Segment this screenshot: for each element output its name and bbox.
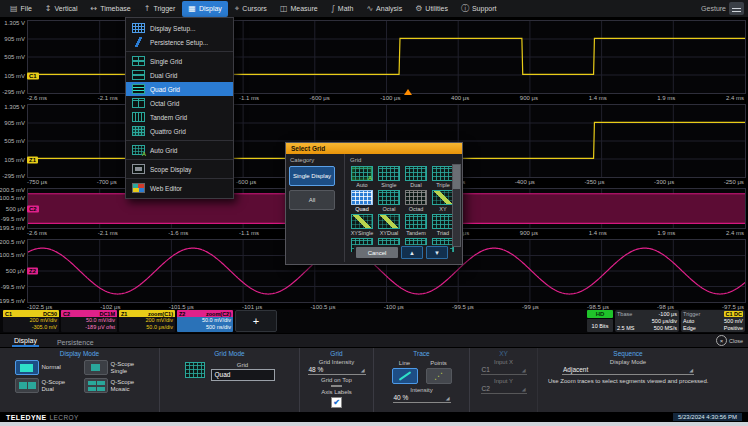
- menubar-item[interactable]: ⚙ Utilities: [409, 1, 454, 17]
- grid-option[interactable]: XYDual: [376, 214, 402, 236]
- display-menu-item[interactable]: Web Editor: [126, 178, 233, 195]
- x-axis-label: -600 μs: [310, 95, 330, 102]
- category-button[interactable]: All: [289, 190, 335, 210]
- display-menu-item[interactable]: Single Grid: [126, 51, 233, 68]
- display-menu-item-label: Quattro Grid: [150, 128, 186, 135]
- menubar-item[interactable]: ∫ Math: [325, 1, 360, 17]
- menubar-item-icon: ↑: [144, 5, 151, 13]
- cancel-button[interactable]: Cancel: [356, 247, 398, 258]
- z1-channel-marker[interactable]: Z1: [27, 156, 38, 163]
- display-mode-option[interactable]: Q-Scope Dual: [15, 378, 76, 393]
- add-trace-button[interactable]: +: [235, 310, 277, 332]
- display-menu-item-icon: [132, 37, 145, 47]
- trace-descriptor[interactable]: Z1 zoom(C1) 200 mV/div 50.0 μs/div: [119, 310, 175, 332]
- trace-intensity-input[interactable]: 40 %◢: [393, 394, 451, 403]
- category-button[interactable]: Single Display: [289, 166, 335, 186]
- x-axis-label: 900 μs: [520, 95, 538, 102]
- dialog-scrollbar[interactable]: [452, 164, 461, 247]
- trace-line-button[interactable]: [392, 368, 418, 384]
- grid-option[interactable]: Dual: [403, 166, 429, 188]
- display-mode-option-label: Normal: [42, 364, 61, 371]
- grid-option-label: Triple: [436, 182, 450, 188]
- y-axis-label: 100.5 mV: [0, 195, 25, 201]
- grid-option-icon: [351, 190, 373, 205]
- grid-option[interactable]: Single: [376, 166, 402, 188]
- display-menu-item[interactable]: Display Setup...: [126, 21, 233, 35]
- trace-descriptor[interactable]: Z2 zoom(C2) 50.0 mV/div 500 ns/div: [177, 310, 233, 332]
- grid-option[interactable]: Tandem: [403, 214, 429, 236]
- grid-option[interactable]: Quad: [349, 190, 375, 212]
- x-axis-label: -1.1 ms: [239, 230, 259, 237]
- input-x-select[interactable]: C1◢: [481, 366, 527, 375]
- menubar-item[interactable]: ▤ File: [4, 1, 38, 17]
- grid-option[interactable]: XYSingle: [349, 214, 375, 236]
- scrollbar-thumb[interactable]: [453, 165, 460, 189]
- panel-tab[interactable]: Persistence: [55, 337, 96, 347]
- menubar-item[interactable]: ↔ Timebase: [85, 1, 137, 17]
- status-bar: TELEDYNE LECROY 5/23/2024 4:30:56 PM: [0, 412, 748, 422]
- menubar-item[interactable]: ↑ Trigger: [138, 1, 182, 17]
- trace-points-button[interactable]: ⋰: [426, 368, 452, 384]
- trace-descriptor[interactable]: C1 DC50 200 mV/div -305.0 mV: [3, 310, 59, 332]
- display-mode-option-icon: [15, 360, 39, 375]
- c1-channel-marker[interactable]: C1: [27, 72, 39, 79]
- y-axis-labels-c2: 200.5 mV100.5 mV500 μV-99.5 mV-199.5 mV: [0, 188, 27, 229]
- display-menu-item-label: Scope Display: [150, 166, 192, 173]
- x-axis-label: -750 μs: [27, 179, 47, 186]
- display-menu-item[interactable]: Tandem Grid: [126, 110, 233, 124]
- menubar-item[interactable]: ▦ Display: [182, 1, 228, 17]
- display-menu-item[interactable]: Dual Grid: [126, 68, 233, 82]
- grid-option[interactable]: Octal: [376, 190, 402, 212]
- x-axis-label: 2.4 ms: [726, 95, 744, 102]
- scroll-down-button[interactable]: ▼: [426, 246, 448, 259]
- display-mode-option[interactable]: Q-Scope Single: [84, 360, 145, 375]
- axis-labels-checkbox[interactable]: ✔: [331, 397, 342, 408]
- grid-option[interactable]: Octad: [403, 190, 429, 212]
- trigger-position-marker[interactable]: [404, 89, 412, 95]
- display-menu-item[interactable]: Quattro Grid: [126, 124, 233, 138]
- menubar-item[interactable]: ↕ Vertical: [39, 1, 84, 17]
- panel-tab[interactable]: Display: [12, 335, 39, 347]
- grid-option-icon: [405, 166, 427, 181]
- menubar-item[interactable]: ◫ Measure: [274, 1, 324, 17]
- c2-channel-marker[interactable]: C2: [27, 205, 39, 212]
- display-menu-item-icon: [132, 98, 145, 108]
- display-menu-item[interactable]: Auto Grid: [126, 140, 233, 157]
- descriptor-boxes: C1 DC50 200 mV/div -305.0 mV C2 DC1M: [3, 310, 233, 332]
- display-mode-option[interactable]: Normal: [15, 360, 76, 375]
- input-y-label: Input Y: [494, 378, 513, 385]
- menubar-item[interactable]: ⓘ Support: [455, 1, 503, 17]
- display-menu-item[interactable]: Scope Display: [126, 159, 233, 176]
- menubar-item-label: Math: [338, 5, 354, 12]
- close-panel-button[interactable]: × Close: [716, 335, 743, 346]
- timebase-descriptor[interactable]: Tbase-100 μs 500 μs/div 2.5 MS500 MS/s: [615, 310, 679, 332]
- scroll-up-button[interactable]: ▲: [401, 246, 423, 259]
- display-menu-item[interactable]: Quad Grid: [126, 82, 233, 96]
- sequence-display-mode-select[interactable]: Adjacent◢: [562, 366, 694, 375]
- x-axis-label: -300 μs: [654, 179, 674, 186]
- x-axis-label: -1.1 ms: [239, 95, 259, 102]
- bit-depth: 10 Bits: [587, 319, 613, 332]
- close-label: Close: [729, 338, 743, 344]
- grid-on-top-checkbox[interactable]: [331, 385, 342, 387]
- grid-option[interactable]: Auto: [349, 166, 375, 188]
- grid-mode-input[interactable]: Quad: [211, 369, 275, 381]
- display-mode-option[interactable]: Q-Scope Mosaic: [84, 378, 145, 393]
- gesture-icon[interactable]: [729, 2, 744, 15]
- trace-descriptor[interactable]: C2 DC1M 50.0 mV/div -189 μV ofst: [61, 310, 117, 332]
- menubar-item[interactable]: ∿ Analysis: [360, 1, 408, 17]
- z2-channel-marker[interactable]: Z2: [27, 268, 38, 275]
- y-axis-label: 505 mV: [4, 54, 25, 60]
- display-menu-item[interactable]: Persistence Setup...: [126, 35, 233, 49]
- y-axis-label: 105 mV: [4, 157, 25, 163]
- grid-intensity-input[interactable]: 48 %◢: [308, 366, 366, 375]
- menubar: ▤ File ↕ Vertical ↔ Timebase ↑ Trigger ▦…: [0, 0, 748, 17]
- trigger-descriptor[interactable]: TriggerC1 DC Auto500 mV EdgePositive: [681, 310, 745, 332]
- display-menu-item-icon: [132, 84, 145, 94]
- select-grid-dialog-title[interactable]: Select Grid: [286, 143, 462, 154]
- input-y-select[interactable]: C2◢: [481, 385, 527, 394]
- gesture-control[interactable]: Gesture: [701, 2, 744, 15]
- display-menu-item[interactable]: Octal Grid: [126, 96, 233, 110]
- menubar-item[interactable]: ⌖ Cursors: [229, 1, 273, 17]
- display-menu-item-label: Persistence Setup...: [150, 39, 208, 46]
